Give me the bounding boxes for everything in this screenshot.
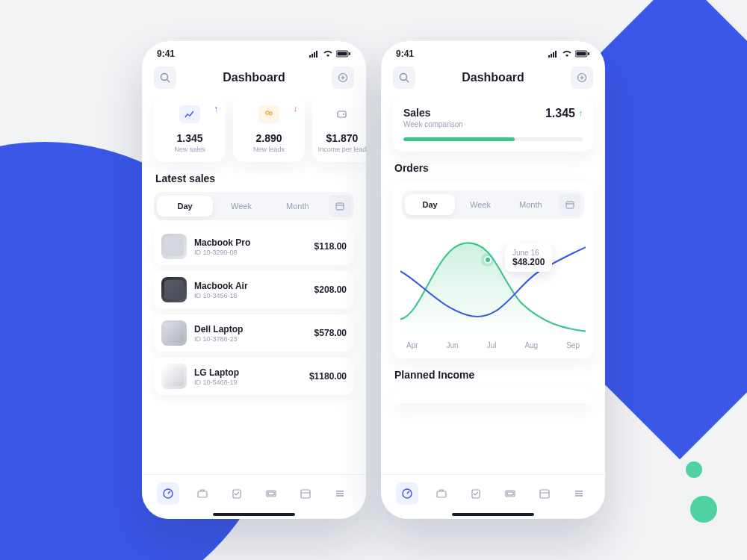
stat-label: Income per lead [318, 146, 366, 153]
x-tick: Jul [487, 341, 497, 349]
svg-line-8 [167, 80, 170, 83]
svg-rect-16 [336, 203, 344, 210]
menu-icon [334, 488, 346, 500]
nav-dashboard[interactable] [396, 482, 418, 505]
trend-down-icon: ↓ [294, 104, 298, 113]
progress-bar [403, 137, 583, 141]
chart-tooltip: June 16 $48.200 [505, 244, 552, 272]
orders-title: Orders [394, 162, 593, 174]
sale-row[interactable]: Dell Laptop ID 10-3786-23 $578.00 [154, 314, 354, 352]
search-button[interactable] [154, 66, 176, 89]
svg-point-15 [343, 113, 344, 115]
wifi-icon [562, 50, 572, 57]
home-indicator [213, 513, 295, 516]
battery-icon [336, 50, 351, 57]
cellular-icon [548, 50, 559, 57]
trend-up-icon: ↑ [214, 104, 219, 113]
nav-briefcase[interactable] [430, 482, 453, 505]
svg-point-36 [400, 74, 407, 81]
nav-wallet[interactable] [260, 482, 282, 505]
plus-circle-icon [338, 72, 348, 83]
bottom-nav [381, 474, 605, 519]
search-icon [160, 72, 170, 83]
nav-calendar[interactable] [533, 482, 556, 505]
svg-rect-31 [553, 52, 554, 57]
svg-rect-29 [548, 55, 550, 57]
nav-menu[interactable] [568, 482, 590, 505]
svg-point-12 [266, 111, 269, 114]
sales-summary-card[interactable]: Sales Week comparison 1.345↑ [393, 96, 593, 152]
time-segment: Day Week Month [154, 192, 354, 220]
calendar-icon [565, 200, 574, 209]
status-time: 9:41 [157, 49, 175, 59]
product-thumb [161, 277, 187, 302]
svg-rect-2 [314, 52, 315, 57]
wifi-icon [323, 50, 333, 57]
stat-value: $1.870 [326, 132, 359, 144]
segment-week[interactable]: Week [213, 196, 269, 217]
calendar-icon [539, 488, 551, 500]
svg-rect-24 [301, 490, 310, 498]
stat-cards: ↑ 1.345 New sales ↓ 2.890 New leads $ [154, 96, 354, 162]
product-id: ID 10-5468-19 [194, 379, 239, 386]
product-price: $208.00 [314, 284, 347, 295]
svg-point-13 [270, 112, 273, 115]
search-button[interactable] [393, 66, 415, 89]
product-id: ID 10-3786-23 [194, 335, 243, 343]
sale-row[interactable]: LG Laptop ID 10-5468-19 $1180.00 [154, 358, 354, 395]
status-icons [309, 50, 351, 57]
phone-screen-right: 9:41 Dashboard Sales Week comparison 1.3… [381, 41, 605, 519]
nav-briefcase[interactable] [191, 482, 214, 505]
svg-line-19 [168, 491, 170, 494]
nav-menu[interactable] [329, 482, 351, 505]
add-button[interactable] [571, 66, 593, 89]
x-tick: Jun [447, 341, 459, 349]
nav-calendar[interactable] [294, 482, 317, 505]
segment-month[interactable]: Month [270, 196, 326, 217]
svg-rect-23 [268, 492, 274, 495]
sale-row[interactable]: Macbook Pro ID 10-3290-08 $118.00 [154, 228, 354, 265]
phone-screen-left: 9:41 Dashboard ↑ [142, 41, 366, 519]
svg-line-44 [407, 491, 409, 494]
wallet-icon [504, 488, 516, 500]
svg-rect-0 [309, 55, 311, 57]
nav-dashboard[interactable] [157, 482, 179, 505]
svg-line-37 [406, 80, 409, 83]
svg-rect-49 [540, 490, 549, 498]
add-button[interactable] [332, 66, 354, 89]
page-title: Dashboard [223, 71, 285, 84]
segment-day[interactable]: Day [157, 196, 213, 217]
sale-row[interactable]: Macbook Air ID 10-3456-18 $208.00 [154, 271, 354, 308]
segment-week[interactable]: Week [455, 194, 505, 215]
sales-subtitle: Week comparison [403, 120, 463, 128]
svg-rect-48 [507, 492, 513, 495]
home-indicator [452, 513, 534, 516]
cellular-icon [309, 50, 320, 57]
product-name: Dell Laptop [194, 324, 243, 335]
svg-rect-3 [316, 51, 317, 57]
gauge-icon [162, 488, 174, 500]
segment-day[interactable]: Day [405, 194, 455, 215]
page-title: Dashboard [462, 71, 524, 84]
nav-wallet[interactable] [499, 482, 521, 505]
planned-income-card-peek[interactable] [393, 388, 593, 403]
x-tick: Apr [406, 341, 418, 349]
nav-tasks[interactable] [226, 482, 248, 505]
nav-tasks[interactable] [465, 482, 487, 505]
trend-up-icon: ↑ [578, 108, 583, 119]
calendar-button[interactable] [329, 195, 351, 217]
stat-card-new-leads[interactable]: ↓ 2.890 New leads [233, 96, 305, 162]
gauge-icon [401, 488, 413, 500]
segment-month[interactable]: Month [506, 194, 556, 215]
stat-card-income[interactable]: $1.870 Income per lead [312, 96, 366, 162]
orders-line-chart[interactable]: June 16 $48.200 [400, 223, 586, 335]
stat-label: New sales [174, 146, 205, 153]
sales-value: 1.345↑ [545, 107, 583, 120]
svg-rect-41 [566, 202, 574, 208]
wallet-icon [332, 105, 353, 123]
svg-rect-6 [349, 52, 350, 55]
calendar-button[interactable] [559, 193, 581, 216]
stat-card-new-sales[interactable]: ↑ 1.345 New sales [154, 96, 226, 162]
svg-rect-45 [437, 491, 446, 497]
tooltip-date: June 16 [512, 249, 545, 257]
